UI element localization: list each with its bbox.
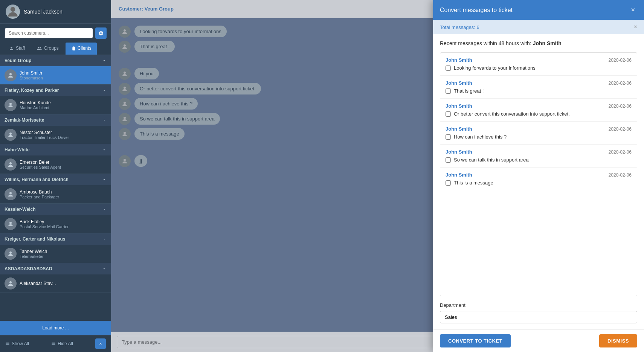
msg-avatar xyxy=(119,128,131,140)
customer-name-link[interactable]: Veum Group xyxy=(145,6,174,12)
msg-row-header: John Smith 2020-02-06 xyxy=(446,103,632,109)
department-select[interactable]: Sales Support Billing xyxy=(440,311,637,323)
sidebar: Samuel Jackson Staff Groups Clients Veum… xyxy=(0,0,111,352)
svg-point-4 xyxy=(9,162,12,165)
contact-info: Emerson Beier Securities Sales Agent xyxy=(20,160,61,169)
contact-item-tanner[interactable]: Tanner Welch Telemarketer xyxy=(0,245,111,263)
msg-checkbox-6[interactable] xyxy=(446,180,451,186)
modal-subtitle-name: John Smith xyxy=(533,40,562,46)
msg-row-header: John Smith 2020-02-06 xyxy=(446,149,632,155)
msg-row-body: Or better convert this conversation into… xyxy=(446,111,632,117)
bubble-text: How can i achieve this ? xyxy=(134,98,198,110)
contact-avatar xyxy=(5,69,17,81)
contact-info: Buck Flatley Postal Service Mail Carrier xyxy=(20,219,69,229)
modal-msg-row-6: John Smith 2020-02-06 This is a message xyxy=(440,168,637,190)
contact-avatar xyxy=(5,129,17,141)
dismiss-button[interactable]: DISMISS xyxy=(599,334,637,347)
msg-avatar xyxy=(119,98,131,110)
bubble-text: So we can talk this in support area xyxy=(134,113,220,125)
contact-info: Nestor Schuster Tractor-Trailer Truck Dr… xyxy=(20,130,69,140)
msg-checkbox-1[interactable] xyxy=(446,66,451,71)
convert-to-ticket-button[interactable]: CONVERT TO TICKET xyxy=(440,334,511,347)
msg-checkbox-3[interactable] xyxy=(446,111,451,117)
svg-point-2 xyxy=(9,103,12,105)
hide-all-button[interactable]: Hide All xyxy=(51,341,73,346)
svg-point-0 xyxy=(11,7,15,12)
msg-avatar xyxy=(119,68,131,80)
msg-row-header: John Smith 2020-02-06 xyxy=(446,126,632,132)
msg-row-header: John Smith 2020-02-06 xyxy=(446,57,632,63)
contact-item-nestor[interactable]: Nestor Schuster Tractor-Trailer Truck Dr… xyxy=(0,126,111,144)
contact-item-emerson[interactable]: Emerson Beier Securities Sales Agent xyxy=(0,155,111,174)
user-name: Samuel Jackson xyxy=(24,9,63,15)
contact-avatar xyxy=(5,158,17,171)
msg-avatar xyxy=(119,83,131,95)
msg-checkbox-5[interactable] xyxy=(446,157,451,163)
svg-point-6 xyxy=(9,222,12,224)
msg-row-body: This is a message xyxy=(446,180,632,186)
svg-point-13 xyxy=(124,102,126,104)
group-header-hahn[interactable]: Hahn-White xyxy=(0,144,111,155)
contact-info: Houston Kunde Marine Architect xyxy=(20,100,51,110)
department-section: Department Sales Support Billing xyxy=(433,296,644,329)
svg-point-10 xyxy=(124,44,126,47)
modal-close-button[interactable]: × xyxy=(629,5,637,15)
contact-info: Aleksandar Stav... xyxy=(20,281,56,286)
msg-checkbox-2[interactable] xyxy=(446,88,451,94)
group-header-zemlak[interactable]: Zemlak-Morissette xyxy=(0,114,111,126)
msg-row-body: So we can talk this in support area xyxy=(446,157,632,163)
user-avatar xyxy=(6,5,20,19)
group-header-kreiger[interactable]: Kreiger, Carter and Nikolaus xyxy=(0,233,111,245)
group-header-veum[interactable]: Veum Group xyxy=(0,55,111,66)
svg-point-7 xyxy=(9,251,12,254)
sidebar-header: Samuel Jackson xyxy=(0,0,111,24)
contact-info: John Smith Stonemason xyxy=(20,70,43,80)
group-header-asdasd[interactable]: ASDASDASDASDSAD xyxy=(0,263,111,274)
msg-row-body: Looking forwards to your informations xyxy=(446,65,632,71)
search-input[interactable] xyxy=(5,28,93,38)
modal-msg-row-3: John Smith 2020-02-06 Or better convert … xyxy=(440,99,637,122)
svg-point-5 xyxy=(9,192,12,194)
svg-point-1 xyxy=(9,73,12,75)
modal-total-close-button[interactable]: × xyxy=(634,24,637,30)
contact-info: Ambrose Bauch Packer and Packager xyxy=(20,189,59,199)
msg-avatar xyxy=(119,26,131,38)
contact-item-houston[interactable]: Houston Kunde Marine Architect xyxy=(0,96,111,114)
modal-subtitle: Recent messages within 48 hours with: Jo… xyxy=(433,34,644,52)
contact-item-aleksandar[interactable]: Aleksandar Stav... xyxy=(0,274,111,293)
bubble-text: That is great ! xyxy=(134,41,175,52)
tab-clients[interactable]: Clients xyxy=(66,43,97,55)
msg-avatar xyxy=(119,113,131,125)
msg-row-header: John Smith 2020-02-06 xyxy=(446,172,632,178)
msg-checkbox-4[interactable] xyxy=(446,134,451,140)
contact-item-john-smith[interactable]: John Smith Stonemason xyxy=(0,66,111,85)
contact-avatar xyxy=(5,218,17,230)
svg-point-3 xyxy=(9,133,12,135)
tab-bar: Staff Groups Clients xyxy=(0,43,111,55)
tab-groups[interactable]: Groups xyxy=(32,43,64,55)
load-more-button[interactable]: Load more ... xyxy=(0,321,111,335)
group-header-kessler[interactable]: Kessler-Welch xyxy=(0,204,111,215)
modal-title: Convert messages to ticket xyxy=(440,7,513,14)
gear-button[interactable] xyxy=(95,27,107,39)
modal-msg-row-2: John Smith 2020-02-06 That is great ! xyxy=(440,76,637,99)
contact-item-buck[interactable]: Buck Flatley Postal Service Mail Carrier xyxy=(0,215,111,233)
group-header-willms[interactable]: Willms, Hermann and Dietrich xyxy=(0,174,111,185)
group-header-flatley[interactable]: Flatley, Kozey and Parker xyxy=(0,85,111,96)
total-messages-label: Total messages: 6 xyxy=(440,24,479,30)
bubble-text: This is a message xyxy=(134,128,185,140)
modal-header: Convert messages to ticket × xyxy=(433,0,644,20)
bubble-text: Hi you xyxy=(134,68,159,79)
msg-avatar xyxy=(119,155,131,167)
scroll-up-button[interactable] xyxy=(95,338,106,349)
contact-item-ambrose[interactable]: Ambrose Bauch Packer and Packager xyxy=(0,185,111,204)
contact-avatar xyxy=(5,248,17,260)
contact-avatar xyxy=(5,277,17,290)
contact-info: Tanner Welch Telemarketer xyxy=(20,249,47,259)
msg-avatar xyxy=(119,41,131,53)
show-all-button[interactable]: Show All xyxy=(5,341,29,346)
modal-msg-row-1: John Smith 2020-02-06 Looking forwards t… xyxy=(440,53,637,76)
svg-point-14 xyxy=(124,117,126,119)
modal-messages-list: John Smith 2020-02-06 Looking forwards t… xyxy=(440,52,637,296)
tab-staff[interactable]: Staff xyxy=(4,43,30,55)
